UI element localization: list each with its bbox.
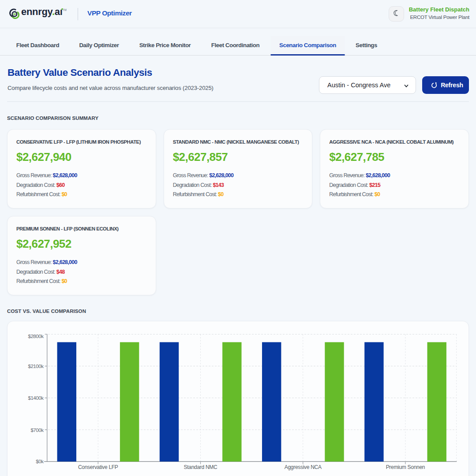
svg-text:Premium Sonnen: Premium Sonnen: [386, 464, 425, 470]
svg-text:Conservative LFP: Conservative LFP: [78, 464, 118, 470]
svg-text:$700k: $700k: [30, 428, 44, 433]
svg-text:$0k: $0k: [36, 459, 44, 464]
svg-text:Standard NMC: Standard NMC: [184, 464, 217, 470]
svg-text:Aggressive NCA: Aggressive NCA: [285, 464, 322, 470]
svg-text:$2100k: $2100k: [28, 364, 44, 369]
svg-text:$1400k: $1400k: [28, 395, 44, 401]
svg-text:$2800k: $2800k: [28, 334, 44, 339]
